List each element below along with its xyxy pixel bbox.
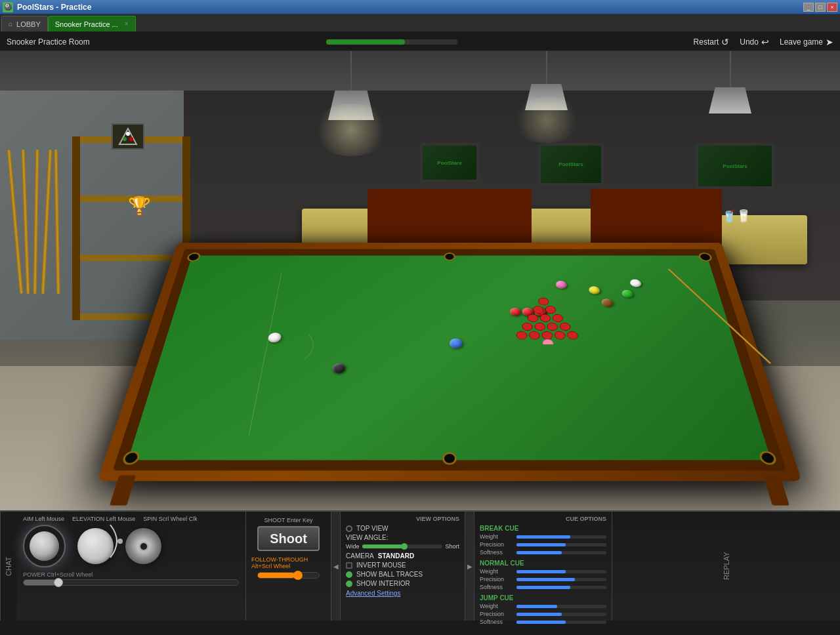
- view-right-arrow[interactable]: ▶: [465, 512, 474, 621]
- jump-weight-row: Weight: [480, 603, 606, 609]
- top-view-radio[interactable]: [346, 525, 352, 532]
- jump-precision-row: Precision: [480, 611, 606, 617]
- power-thumb[interactable]: [54, 578, 63, 587]
- follow-thumb[interactable]: [293, 571, 303, 580]
- app-icon: 🎱: [3, 2, 13, 12]
- shelf-3: [80, 255, 182, 261]
- jump-precision-track: [516, 613, 606, 616]
- replay-label: REPLAY: [723, 552, 730, 581]
- chat-panel[interactable]: CHAT: [0, 512, 16, 621]
- titlebar: 🎱 PoolStars - Practice _ □ ×: [0, 0, 840, 14]
- svg-point-14: [539, 314, 551, 322]
- invert-mouse-label: INVERT MOUSE: [356, 562, 406, 569]
- break-precision-track: [516, 543, 606, 546]
- shoot-key-label: SHOOT Enter Key: [264, 517, 313, 523]
- game-actions: Restart ↺ Undo ↩ Leave game ➤: [694, 37, 833, 47]
- break-softness-fill: [516, 551, 562, 554]
- break-weight-fill: [516, 535, 570, 539]
- view-angle-row: VIEW ANGLE:: [346, 534, 459, 541]
- tv-center-content: PoolStars: [541, 146, 601, 183]
- black-ball: [332, 363, 346, 373]
- svg-point-12: [559, 323, 570, 331]
- break-weight-track: [516, 535, 606, 539]
- svg-marker-0: [119, 129, 136, 144]
- jump-softness-label: Softness: [480, 619, 514, 625]
- spin-indicator: [140, 543, 147, 550]
- aim-ball-container: [23, 525, 66, 567]
- advanced-settings-link[interactable]: Advanced Settings: [346, 590, 400, 597]
- tab-close-icon[interactable]: ×: [125, 20, 129, 28]
- cue-3: [33, 150, 39, 294]
- svg-point-17: [545, 306, 556, 313]
- progress-container: [90, 39, 694, 45]
- tv-right-content: PoolStars: [698, 146, 772, 186]
- jump-weight-label: Weight: [480, 603, 514, 609]
- break-precision-label: Precision: [480, 541, 514, 548]
- angle-thumb[interactable]: [401, 543, 408, 550]
- triangle-sign: [112, 123, 144, 150]
- cue-rack: [13, 150, 59, 294]
- ball-traces-label: SHOW BALL TRACES: [356, 571, 423, 578]
- svg-point-4: [516, 331, 527, 339]
- tv-left: PoolStars: [420, 143, 479, 182]
- aim-label: AIM Left Mouse: [23, 516, 64, 522]
- room-title: Snooker Practice Room: [7, 37, 90, 47]
- brown-ball: [601, 298, 614, 306]
- green-ball: [621, 290, 633, 298]
- restart-button[interactable]: Restart ↺: [694, 37, 730, 47]
- break-precision-fill: [516, 543, 566, 546]
- normal-precision-label: Precision: [480, 576, 514, 583]
- maximize-button[interactable]: □: [815, 3, 826, 12]
- controls-section: AIM Left Mouse ELEVATION Left Mouse SPIN…: [16, 512, 246, 621]
- elevation-ball-container: [77, 528, 114, 564]
- break-weight-label: Weight: [480, 533, 514, 540]
- jump-cue-title: JUMP CUE: [480, 594, 606, 602]
- invert-mouse-checkbox[interactable]: [346, 562, 352, 569]
- titlebar-left: 🎱 PoolStars - Practice: [3, 2, 91, 12]
- svg-point-3: [126, 132, 130, 136]
- control-labels: AIM Left Mouse ELEVATION Left Mouse SPIN…: [23, 516, 239, 522]
- show-interior-radio[interactable]: [346, 581, 352, 587]
- invert-mouse-row: INVERT MOUSE: [346, 562, 459, 569]
- snooker-table: [97, 243, 802, 481]
- follow-track[interactable]: [257, 572, 320, 579]
- shelf-side-left: [72, 136, 80, 320]
- undo-icon: ↩: [761, 37, 769, 47]
- power-track[interactable]: [23, 579, 239, 586]
- view-left-arrow[interactable]: ◀: [331, 512, 341, 621]
- break-precision-row: Precision: [480, 541, 606, 548]
- shoot-section: SHOOT Enter Key Shoot FOLLOW-THROUGH Alt…: [246, 512, 331, 621]
- break-softness-track: [516, 551, 606, 554]
- tab-lobby[interactable]: ⌂ LOBBY: [1, 16, 48, 31]
- tv-right: PoolStars: [696, 143, 774, 189]
- follow-fill: [258, 573, 295, 578]
- lobby-icon: ⌂: [9, 20, 12, 28]
- normal-weight-label: Weight: [480, 568, 514, 575]
- window-controls[interactable]: _ □ ×: [803, 3, 837, 12]
- aim-ball: [30, 531, 59, 561]
- white-ball: [629, 279, 642, 287]
- jump-softness-fill: [516, 621, 566, 624]
- svg-point-9: [522, 323, 533, 331]
- camera-label: CAMERA: [346, 552, 374, 560]
- normal-precision-track: [516, 578, 606, 581]
- undo-button[interactable]: Undo ↩: [740, 37, 769, 47]
- angle-track[interactable]: [362, 544, 443, 548]
- normal-precision-fill: [516, 578, 575, 581]
- minimize-button[interactable]: _: [803, 3, 814, 12]
- svg-point-15: [552, 314, 563, 322]
- close-button[interactable]: ×: [827, 3, 837, 12]
- ball-traces-radio[interactable]: [346, 571, 352, 578]
- normal-softness-fill: [516, 586, 570, 589]
- break-cue-section: BREAK CUE Weight Precision Softness: [480, 525, 606, 556]
- svg-point-5: [528, 331, 539, 339]
- tab-bar: ⌂ LOBBY Snooker Practice ... ×: [0, 14, 840, 33]
- replay-panel[interactable]: REPLAY: [612, 512, 840, 621]
- shoot-button[interactable]: Shoot: [257, 526, 320, 551]
- view-options-panel: VIEW OPTIONS TOP VIEW VIEW ANGLE: Wide S…: [341, 512, 465, 621]
- leave-game-button[interactable]: Leave game ➤: [780, 37, 833, 47]
- tv-left-content: PoolStars: [423, 146, 476, 180]
- jump-softness-row: Softness: [480, 619, 606, 625]
- normal-weight-fill: [516, 570, 566, 573]
- tab-practice[interactable]: Snooker Practice ... ×: [48, 16, 136, 31]
